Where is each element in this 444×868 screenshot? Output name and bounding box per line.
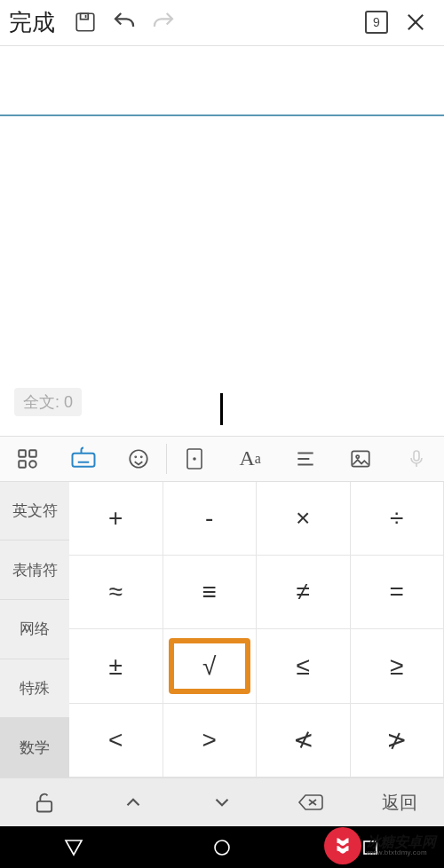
key-not-gt[interactable]: ≯	[351, 704, 445, 777]
editor-area[interactable]: 全文: 0	[0, 116, 444, 436]
key-lte[interactable]: ≤	[257, 629, 351, 703]
watermark: 冰糖安卓网 www.btxtdmy.com	[319, 824, 441, 868]
tab-english-symbols[interactable]: 英文符	[0, 482, 69, 541]
svg-point-18	[141, 456, 142, 457]
svg-rect-28	[37, 801, 52, 812]
key-equal[interactable]: =	[351, 556, 445, 629]
undo-icon[interactable]	[105, 3, 144, 42]
title-input[interactable]	[0, 46, 444, 116]
apps-icon[interactable]	[0, 447, 55, 470]
svg-point-32	[215, 840, 229, 855]
return-button[interactable]: 返回	[355, 791, 444, 815]
svg-point-17	[135, 456, 136, 457]
key-multiply[interactable]: ×	[257, 482, 351, 556]
emoji-icon[interactable]	[111, 447, 166, 470]
key-lt[interactable]: <	[69, 704, 163, 777]
next-page-icon[interactable]	[178, 791, 266, 814]
svg-point-8	[29, 461, 36, 468]
page-count-button[interactable]: 9	[357, 3, 396, 42]
fullscreen-icon[interactable]	[167, 446, 222, 471]
font-icon[interactable]: Aa	[223, 446, 278, 470]
symbol-grid: + - × ÷ ≈ ≡ ≠ = ± √ ≤ ≥ < > ≮ ≯	[69, 482, 444, 778]
topbar: 完成 9	[0, 0, 444, 46]
svg-point-20	[194, 458, 195, 460]
nav-back-icon[interactable]	[47, 830, 100, 865]
page-count-badge: 9	[365, 11, 388, 34]
svg-rect-7	[19, 461, 26, 468]
text-caret	[220, 393, 223, 425]
key-gt[interactable]: >	[163, 704, 258, 777]
symbol-category-tabs: 英文符 表情符 网络 特殊 数学	[0, 482, 69, 778]
key-approx[interactable]: ≈	[69, 556, 163, 629]
key-sqrt[interactable]: √	[163, 629, 258, 703]
svg-rect-5	[19, 450, 26, 457]
key-divide[interactable]: ÷	[351, 482, 445, 556]
key-identical[interactable]: ≡	[163, 556, 258, 629]
tab-math[interactable]: 数学	[0, 718, 69, 777]
svg-rect-24	[353, 451, 370, 466]
align-icon[interactable]	[278, 447, 333, 470]
key-minus[interactable]: -	[163, 482, 258, 556]
svg-marker-31	[66, 840, 82, 855]
key-plus[interactable]: +	[69, 482, 163, 556]
unlock-icon[interactable]	[0, 790, 89, 815]
redo-icon	[144, 3, 183, 42]
image-icon[interactable]	[333, 447, 388, 470]
close-button[interactable]	[396, 3, 435, 42]
key-not-lt[interactable]: ≮	[257, 704, 351, 777]
watermark-url: www.btxtdmy.com	[367, 849, 436, 856]
tab-emoji-symbols[interactable]: 表情符	[0, 541, 69, 600]
watermark-brand: 冰糖安卓网	[367, 835, 436, 849]
keyboard-icon[interactable]	[55, 446, 110, 472]
svg-rect-6	[29, 450, 36, 457]
word-count-badge: 全文: 0	[14, 388, 82, 416]
tab-network[interactable]: 网络	[0, 600, 69, 659]
mic-icon[interactable]	[389, 448, 444, 470]
symbol-keyboard: 英文符 表情符 网络 特殊 数学 + - × ÷ ≈ ≡ ≠ = ± √ ≤ ≥…	[0, 482, 444, 778]
backspace-icon[interactable]	[266, 791, 355, 814]
keyboard-toolbar: Aa	[0, 436, 444, 482]
tab-special[interactable]: 特殊	[0, 659, 69, 719]
keyboard-bottom-row: 返回	[0, 777, 444, 826]
save-icon[interactable]	[66, 3, 105, 42]
key-plus-minus[interactable]: ±	[69, 629, 163, 703]
svg-rect-1	[81, 14, 89, 20]
key-gte[interactable]: ≥	[351, 629, 445, 703]
done-button[interactable]: 完成	[9, 7, 55, 38]
key-not-equal[interactable]: ≠	[257, 556, 351, 629]
prev-page-icon[interactable]	[89, 791, 178, 814]
svg-rect-9	[72, 453, 94, 466]
svg-point-25	[357, 455, 360, 458]
svg-rect-26	[414, 451, 419, 461]
nav-home-icon[interactable]	[195, 830, 249, 865]
watermark-logo-icon	[324, 827, 361, 864]
